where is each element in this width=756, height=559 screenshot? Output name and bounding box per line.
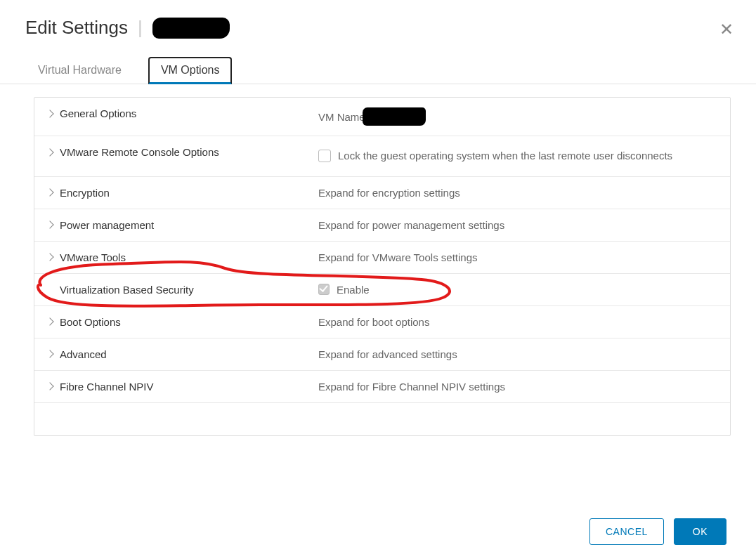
vm-name-value-redacted	[363, 107, 426, 126]
dialog-footer: CANCEL OK	[589, 518, 726, 545]
chevron-right-icon	[46, 110, 53, 117]
chevron-right-icon	[46, 221, 53, 228]
vm-name-redacted	[152, 18, 230, 39]
chevron-right-icon	[46, 382, 53, 390]
row-virtualization-based-security: Virtualization Based Security Enable	[34, 274, 730, 306]
tabs: Virtual Hardware VM Options	[0, 57, 756, 84]
row-remote-console[interactable]: VMware Remote Console Options Lock the g…	[34, 136, 730, 177]
row-label: Advanced	[60, 348, 107, 360]
vbs-enable-checkbox	[318, 284, 330, 295]
row-encryption[interactable]: Encryption Expand for encryption setting…	[34, 177, 730, 209]
row-label: Virtualization Based Security	[60, 284, 194, 296]
row-label: VMware Tools	[60, 251, 126, 263]
panel-footer-spacer	[34, 403, 730, 435]
chevron-right-icon	[46, 317, 53, 325]
row-value: Expand for VMware Tools settings	[318, 251, 478, 263]
tab-virtual-hardware[interactable]: Virtual Hardware	[25, 57, 134, 84]
row-fibre-channel-npiv[interactable]: Fibre Channel NPIV Expand for Fibre Chan…	[34, 371, 730, 403]
row-value: Expand for power management settings	[318, 219, 504, 231]
row-label: Fibre Channel NPIV	[60, 381, 153, 393]
row-label: Boot Options	[60, 316, 121, 328]
settings-panel: General Options VM Name: VMware Remote C…	[34, 97, 731, 436]
row-power-management[interactable]: Power management Expand for power manage…	[34, 209, 730, 242]
tab-vm-options[interactable]: VM Options	[148, 57, 233, 84]
ok-button[interactable]: OK	[674, 518, 726, 545]
row-value: Expand for advanced settings	[318, 348, 457, 360]
chevron-right-icon	[46, 188, 53, 196]
chevron-right-icon	[46, 253, 53, 261]
close-icon[interactable]: ✕	[719, 21, 734, 38]
dialog-header: Edit Settings | ✕	[0, 0, 756, 44]
row-label: Encryption	[60, 187, 110, 199]
row-boot-options[interactable]: Boot Options Expand for boot options	[34, 306, 730, 338]
lock-guest-checkbox[interactable]	[318, 150, 331, 162]
vm-name-label: VM Name:	[318, 111, 368, 123]
checkbox-label: Enable	[337, 284, 370, 296]
header-divider: |	[138, 17, 143, 39]
chevron-right-icon	[46, 148, 53, 156]
row-value: Expand for boot options	[318, 316, 429, 328]
row-general-options[interactable]: General Options VM Name:	[34, 98, 730, 136]
row-value: Expand for encryption settings	[318, 187, 460, 199]
row-advanced[interactable]: Advanced Expand for advanced settings	[34, 338, 730, 371]
row-label: Power management	[60, 219, 154, 231]
chevron-right-icon	[46, 350, 53, 357]
row-vmware-tools[interactable]: VMware Tools Expand for VMware Tools set…	[34, 242, 730, 274]
row-label: VMware Remote Console Options	[60, 146, 219, 158]
dialog-title: Edit Settings	[25, 17, 128, 39]
row-value: Expand for Fibre Channel NPIV settings	[318, 381, 505, 393]
checkbox-label: Lock the guest operating system when the…	[338, 146, 672, 166]
row-label: General Options	[60, 107, 136, 119]
cancel-button[interactable]: CANCEL	[589, 518, 664, 545]
